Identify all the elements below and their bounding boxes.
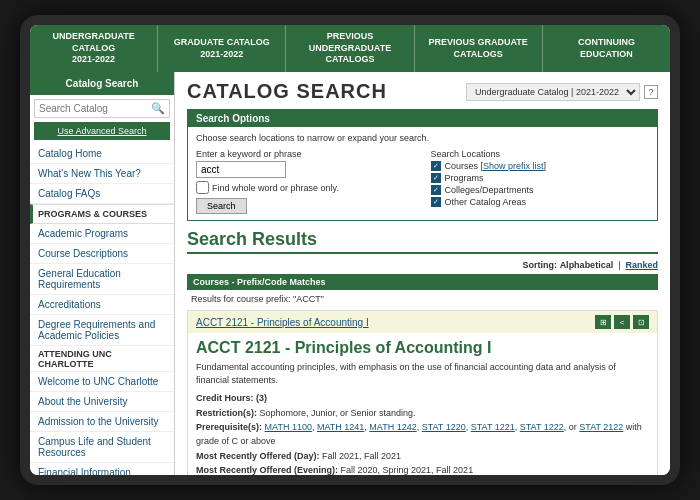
search-input[interactable] [39,103,151,114]
locations-label: Search Locations [431,149,650,159]
tablet-screen: UNDERGRADUATE CATALOG 2021-2022 GRADUATE… [30,25,670,475]
nav-prev-undergrad[interactable]: PREVIOUS UNDERGRADUATE CATALOGS [286,25,414,72]
sidebar-item-academic-programs[interactable]: Academic Programs [30,224,174,244]
sidebar-search-box: 🔍 [34,99,170,118]
dropdown-area: Undergraduate Catalog | 2021-2022 ? [466,83,658,101]
sidebar-attending-header: ATTENDING UNC CHARLOTTE [30,346,174,372]
offered-day-value: Fall 2021, Fall 2021 [322,451,401,461]
search-left: Enter a keyword or phrase Find whole wor… [196,149,415,214]
sidebar-item-degree-reqs[interactable]: Degree Requirements and Academic Policie… [30,315,174,346]
offered-day: Most Recently Offered (Day): Fall 2021, … [196,449,649,463]
whole-word-checkbox-row: Find whole word or phrase only. [196,181,415,194]
search-options-description: Choose search locations to narrow or exp… [196,133,649,143]
sidebar-item-course-descriptions[interactable]: Course Descriptions [30,244,174,264]
sidebar-item-campus-life[interactable]: Campus Life and Student Resources [30,432,174,463]
tablet-frame: UNDERGRADUATE CATALOG 2021-2022 GRADUATE… [20,15,680,485]
sidebar-programs-section: PROGRAMS & COURSES [30,204,174,224]
course-meta: Credit Hours: (3) Restriction(s): Sophom… [196,391,649,475]
show-prefix-link[interactable]: Show prefix list [483,161,544,171]
search-button[interactable]: Search [196,198,247,214]
search-right: Search Locations ✓ Courses [Show prefix … [431,149,650,209]
share-icon[interactable]: < [614,315,630,329]
content-top-bar: CATALOG SEARCH Undergraduate Catalog | 2… [187,80,658,103]
print-icon[interactable]: ⊡ [633,315,649,329]
prereq-stat1222[interactable]: STAT 1222 [520,422,564,432]
restrictions: Restriction(s): Sophomore, Junior, or Se… [196,406,649,420]
restrictions-value: Sophomore, Junior, or Senior standing. [260,408,416,418]
prereq-math1100[interactable]: MATH 1100 [265,422,312,432]
course-description: Fundamental accounting principles, with … [196,361,649,386]
colleges-label: Colleges/Departments [445,185,534,195]
nav-prev-grad[interactable]: PREVIOUS GRADUATE CATALOGS [415,25,543,72]
prereq-stat1220[interactable]: STAT 1220 [422,422,466,432]
offered-evening: Most Recently Offered (Evening): Fall 20… [196,463,649,475]
sidebar-item-about[interactable]: About the University [30,392,174,412]
programs-checkbox[interactable]: ✓ [431,173,441,183]
sorting-row: Sorting: Alphabetical | Ranked [187,260,658,270]
prerequisites: Prerequisite(s): MATH 1100, MATH 1241, M… [196,420,649,449]
course-card-header: ACCT 2121 - Principles of Accounting I ⊞… [188,311,657,333]
top-nav: UNDERGRADUATE CATALOG 2021-2022 GRADUATE… [30,25,670,72]
results-section-header: Courses - Prefix/Code Matches [187,274,658,290]
courses-label: Courses [Show prefix list] [445,161,547,171]
sidebar-item-gen-ed[interactable]: General Education Requirements [30,264,174,295]
keyword-label: Enter a keyword or phrase [196,149,415,159]
location-programs: ✓ Programs [431,173,650,183]
other-label: Other Catalog Areas [445,197,527,207]
other-checkbox[interactable]: ✓ [431,197,441,207]
sort-ranked-link[interactable]: Ranked [625,260,658,270]
page-title: CATALOG SEARCH [187,80,387,103]
offered-evening-value: Fall 2020, Spring 2021, Fall 2021 [341,465,474,475]
results-for-text: Results for course prefix: "ACCT" [187,292,658,306]
main-area: Catalog Search 🔍 Use Advanced Search Cat… [30,72,670,475]
sorting-label: Sorting: [523,260,558,270]
prereq-value: MATH 1100, MATH 1241, MATH 1242, STAT 12… [196,422,642,446]
courses-checkbox[interactable]: ✓ [431,161,441,171]
search-results-title: Search Results [187,229,658,254]
location-other: ✓ Other Catalog Areas [431,197,650,207]
advanced-search-link[interactable]: Use Advanced Search [34,122,170,140]
course-code-link[interactable]: ACCT 2121 - Principles of Accounting I [196,317,369,328]
programs-label: Programs [445,173,484,183]
prereq-math1242[interactable]: MATH 1242 [369,422,416,432]
nav-grad-catalog[interactable]: GRADUATE CATALOG 2021-2022 [158,25,286,72]
help-icon[interactable]: ? [644,85,658,99]
nav-continuing-ed[interactable]: CONTINUING EDUCATION [543,25,670,72]
keyword-input[interactable] [196,161,286,178]
course-card-body: ACCT 2121 - Principles of Accounting I F… [188,333,657,475]
whole-word-label: Find whole word or phrase only. [212,183,339,193]
bookmark-icon[interactable]: ⊞ [595,315,611,329]
catalog-year-dropdown[interactable]: Undergraduate Catalog | 2021-2022 [466,83,640,101]
course-card-icons: ⊞ < ⊡ [595,315,649,329]
sorting-active: Alphabetical [560,260,614,270]
search-icon[interactable]: 🔍 [151,102,165,115]
search-options-box: Search Options Choose search locations t… [187,109,658,221]
location-colleges: ✓ Colleges/Departments [431,185,650,195]
course-full-title: ACCT 2121 - Principles of Accounting I [196,339,649,357]
location-courses: ✓ Courses [Show prefix list] [431,161,650,171]
sidebar-item-catalog-home[interactable]: Catalog Home [30,144,174,164]
sidebar-item-accreditations[interactable]: Accreditations [30,295,174,315]
prereq-stat2122[interactable]: STAT 2122 [579,422,623,432]
prereq-math1241[interactable]: MATH 1241 [317,422,364,432]
whole-word-checkbox[interactable] [196,181,209,194]
sidebar-item-welcome[interactable]: Welcome to UNC Charlotte [30,372,174,392]
sidebar-item-whats-new[interactable]: What's New This Year? [30,164,174,184]
sidebar-header: Catalog Search [30,72,174,95]
colleges-checkbox[interactable]: ✓ [431,185,441,195]
content-panel: CATALOG SEARCH Undergraduate Catalog | 2… [175,72,670,475]
credit-hours: Credit Hours: (3) [196,391,649,405]
sidebar-item-catalog-faqs[interactable]: Catalog FAQs [30,184,174,204]
search-options-header: Search Options [188,110,657,127]
prereq-stat1221[interactable]: STAT 1221 [471,422,515,432]
nav-undergrad-catalog[interactable]: UNDERGRADUATE CATALOG 2021-2022 [30,25,158,72]
sidebar-item-financial[interactable]: Financial Information [30,463,174,475]
search-form-row: Enter a keyword or phrase Find whole wor… [196,149,649,214]
sidebar: Catalog Search 🔍 Use Advanced Search Cat… [30,72,175,475]
search-options-body: Choose search locations to narrow or exp… [188,127,657,220]
course-card: ACCT 2121 - Principles of Accounting I ⊞… [187,310,658,475]
sidebar-item-admission[interactable]: Admission to the University [30,412,174,432]
